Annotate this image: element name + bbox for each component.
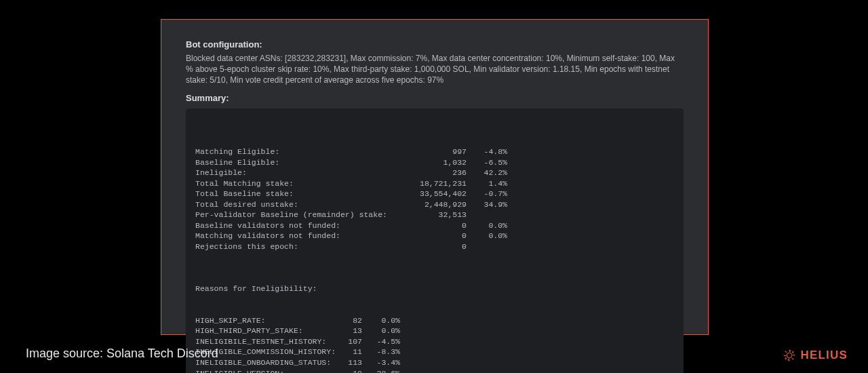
ineligibility-label: INELIGIBLE_VERSION: — [195, 368, 338, 373]
ineligibility-row: INELIGIBLE_COMMISSION_HISTORY:11-8.3% — [195, 347, 674, 357]
summary-row: Per-validator Baseline (remainder) stake… — [195, 210, 674, 220]
ineligibility-label: INELIGIBILE_TESTNET_HISTORY: — [195, 336, 338, 347]
summary-pct: -4.8% — [467, 146, 507, 157]
ineligibility-pct: -4.5% — [362, 336, 400, 347]
ineligibility-section: HIGH_SKIP_RATE:820.0%HIGH_THIRD_PARTY_ST… — [195, 315, 674, 373]
ineligibility-count: 13 — [338, 326, 362, 336]
summary-label: Matching validators not funded: — [195, 231, 399, 241]
summary-row: Ineligible:23642.2% — [195, 168, 674, 178]
summary-label: Rejections this epoch: — [195, 241, 399, 252]
summary-section: Matching Eligible:997-4.8%Baseline Eligi… — [195, 146, 674, 252]
ineligibility-count: 107 — [338, 336, 362, 347]
summary-row: Total Baseline stake:33,554,402-0.7% — [195, 189, 674, 199]
summary-label: Per-validator Baseline (remainder) stake… — [195, 210, 399, 220]
summary-label: Total desired unstake: — [195, 199, 399, 210]
ineligibility-row: HIGH_SKIP_RATE:820.0% — [195, 315, 674, 326]
summary-row: Baseline Eligible:1,032-6.5% — [195, 157, 674, 168]
helius-icon — [783, 349, 796, 362]
summary-row: Matching Eligible:997-4.8% — [195, 146, 674, 157]
ineligibility-row: INELIGIBLE_VERSION:10-28.6% — [195, 368, 674, 373]
summary-count: 1,032 — [399, 157, 467, 168]
ineligibility-pct: -8.3% — [362, 347, 400, 357]
summary-heading: Summary: — [186, 92, 684, 104]
config-heading: Bot configuration: — [186, 39, 684, 51]
copy-icon[interactable] — [667, 114, 677, 123]
summary-pct: 34.9% — [467, 199, 507, 210]
summary-count: 997 — [399, 146, 467, 157]
summary-count: 18,721,231 — [399, 178, 467, 189]
summary-row: Baseline validators not funded:00.0% — [195, 220, 674, 231]
summary-pct: 0.0% — [467, 231, 507, 241]
svg-point-0 — [787, 353, 793, 358]
summary-label: Baseline Eligible: — [195, 157, 399, 168]
summary-count: 236 — [399, 168, 467, 178]
summary-count: 0 — [399, 231, 467, 241]
ineligibility-label: HIGH_THIRD_PARTY_STAKE: — [195, 326, 338, 336]
ineligibility-pct: 0.0% — [362, 326, 400, 336]
ineligibility-count: 10 — [338, 368, 362, 373]
ineligibility-count: 113 — [338, 357, 362, 368]
summary-pct: 42.2% — [467, 168, 507, 178]
image-caption: Image source: Solana Tech Discord — [26, 347, 218, 361]
summary-label: Matching Eligible: — [195, 146, 399, 157]
brand-text: HELIUS — [800, 349, 848, 362]
summary-row: Matching validators not funded:00.0% — [195, 231, 674, 241]
summary-pct: -6.5% — [467, 157, 507, 168]
summary-pct: 0.0% — [467, 220, 507, 231]
summary-row: Total Matching stake:18,721,2311.4% — [195, 178, 674, 189]
summary-pct: -0.7% — [467, 189, 507, 199]
summary-row: Total desired unstake:2,448,92934.9% — [195, 199, 674, 210]
summary-count: 32,513 — [399, 210, 467, 220]
ineligibility-row: INELIGIBLE_ONBOARDING_STATUS:113-3.4% — [195, 357, 674, 368]
summary-label: Ineligible: — [195, 168, 399, 178]
discord-message-panel: Bot configuration: Blocked data center A… — [161, 19, 709, 335]
ineligibility-count: 82 — [338, 315, 362, 326]
ineligibility-heading: Reasons for Ineligibility: — [195, 283, 674, 294]
ineligibility-pct: 0.0% — [362, 315, 400, 326]
summary-count: 0 — [399, 241, 467, 252]
summary-count: 0 — [399, 220, 467, 231]
summary-pct: 1.4% — [467, 178, 507, 189]
summary-label: Baseline validators not funded: — [195, 220, 399, 231]
config-text: Blocked data center ASNs: [283232,283231… — [186, 53, 684, 86]
ineligibility-count: 11 — [338, 347, 362, 357]
ineligibility-label: HIGH_SKIP_RATE: — [195, 315, 338, 326]
code-block: Matching Eligible:997-4.8%Baseline Eligi… — [186, 109, 684, 373]
summary-label: Total Matching stake: — [195, 178, 399, 189]
ineligibility-row: INELIGIBILE_TESTNET_HISTORY:107-4.5% — [195, 336, 674, 347]
helius-logo: HELIUS — [783, 349, 848, 362]
ineligibility-pct: -28.6% — [362, 368, 400, 373]
ineligibility-row: HIGH_THIRD_PARTY_STAKE:130.0% — [195, 326, 674, 336]
summary-row: Rejections this epoch:0 — [195, 241, 674, 252]
ineligibility-pct: -3.4% — [362, 357, 400, 368]
summary-label: Total Baseline stake: — [195, 189, 399, 199]
summary-count: 2,448,929 — [399, 199, 467, 210]
summary-count: 33,554,402 — [399, 189, 467, 199]
